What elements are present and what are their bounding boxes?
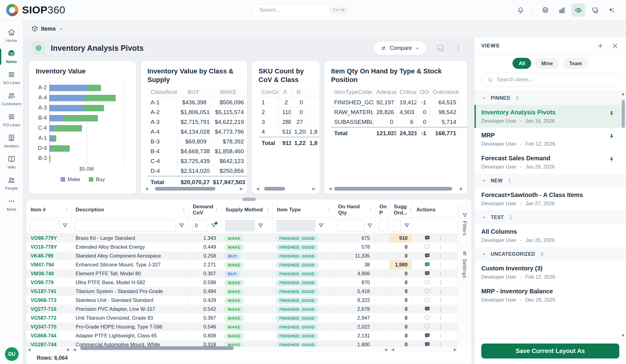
filter-funnel-icon[interactable] [367,222,373,229]
filter-funnel-icon[interactable] [178,222,185,229]
cell-item-number[interactable]: VQ277-716 [26,305,71,314]
row-menu-icon[interactable] [438,280,444,286]
bell-icon[interactable] [514,3,527,17]
row-menu-icon[interactable] [438,342,444,347]
filter-funnel-icon[interactable] [404,222,410,229]
scrollbar-thumb[interactable] [334,187,452,191]
pin-icon[interactable] [608,133,615,140]
scroll-left-icon[interactable]: ◀ [26,347,32,352]
filter-select[interactable] [225,220,255,232]
views-search-input[interactable] [497,76,613,83]
views-section-uncategorized[interactable]: UNCATEGORIZED9 [475,247,626,261]
filter-input[interactable] [379,220,387,232]
scroll-left-icon[interactable]: ◀ [390,347,395,352]
row-menu-icon[interactable] [438,235,444,241]
table-row[interactable]: VG968-773Stainless Unit - Standard Stand… [26,296,458,305]
scroll-right-icon[interactable]: ▶ [384,347,389,352]
view-item[interactable]: All ColumnsDeveloper User-Jan 20, 2026 [475,224,626,247]
scroll-left-icon[interactable]: ◀ [327,187,333,191]
sidebar-item-more[interactable]: More [0,194,23,215]
filters-tool[interactable]: Filters [462,212,468,236]
column-menu-icon[interactable] [407,207,412,213]
row-menu-icon[interactable] [438,253,444,259]
comment-icon[interactable] [424,288,431,295]
cell-item-number[interactable]: VM47-794 [26,260,71,269]
column-header-sugg-ord-[interactable]: Sugg Ord... [389,202,412,217]
table-row[interactable]: VG287-744Commercial Automotive Mount, Wh… [26,340,458,346]
cell-item-number[interactable]: VO18-778Y [26,243,71,251]
comment-icon[interactable] [424,341,431,346]
cell-item-number[interactable]: VO98-779 [26,278,71,287]
filter-input[interactable] [192,220,208,232]
view-item[interactable]: Forecast+Sawtooth - A Class ItemsDevelop… [475,188,626,210]
views-tab-mine[interactable]: Mine [535,58,559,69]
comment-icon[interactable] [424,261,431,268]
views-search[interactable] [481,73,619,87]
scrollbar-thumb[interactable] [155,187,216,191]
sidebar-item-so-lines[interactable]: SO Lines [0,67,23,88]
pin-icon[interactable] [608,156,615,163]
comments-icon[interactable] [436,43,445,53]
column-menu-icon[interactable] [367,207,374,213]
eye-icon[interactable] [572,3,585,17]
views-tab-team[interactable]: Team [563,58,588,69]
table-row[interactable]: VM38-740Element PTFE Tall, Model 800.307… [26,269,458,278]
filter-select[interactable] [276,220,315,232]
row-menu-icon[interactable] [438,315,444,321]
avatar[interactable]: DU [5,347,19,361]
view-item[interactable]: MRP - Inventory BalanceDeveloper User-De… [475,284,626,307]
logo[interactable]: SIOP360 [0,4,116,16]
row-menu-icon[interactable] [438,324,444,330]
table-row[interactable]: VQ347-775Pro-Grade HDPE Housing, Type T-… [26,322,458,331]
views-section-test[interactable]: TEST1 [475,210,626,224]
scroll-right-icon[interactable]: ▶ [453,347,458,352]
comment-icon[interactable] [424,306,431,313]
row-menu-icon[interactable] [438,271,444,277]
chevron-down-icon[interactable] [58,26,64,32]
row-menu-icon[interactable] [438,288,444,295]
global-search[interactable]: CtrlK [252,4,342,16]
sidebar-item-people[interactable]: People [0,173,23,194]
sidebar-item-wiki[interactable]: Wiki [0,152,23,173]
comment-icon[interactable] [424,252,431,259]
gear-icon[interactable] [538,3,552,17]
scroll-left-icon[interactable]: ◀ [255,187,260,191]
panel-resize-handle[interactable] [242,198,256,201]
column-header-supply-method[interactable]: Supply Method [221,202,273,217]
cell-item-number[interactable]: VG187-741 [26,287,71,296]
row-menu-icon[interactable] [438,297,444,303]
scroll-right-icon[interactable]: ▶ [311,187,317,191]
sidebar-item-home[interactable]: Home [0,25,23,46]
row-menu-icon[interactable] [438,262,444,268]
column-menu-icon[interactable] [181,207,187,213]
column-menu-icon[interactable] [265,207,271,213]
column-header-demand-cov[interactable]: Demand CoV [188,202,221,217]
filter-input[interactable] [30,220,59,232]
table-row[interactable]: VO18-778YExtended Alloy Bracket Energy0.… [26,243,458,251]
cell-item-number[interactable]: VG587-772 [26,314,71,322]
comment-icon[interactable] [424,235,431,242]
cell-item-number[interactable]: VG287-744 [26,340,71,346]
settings-tool[interactable]: Settings [462,250,468,278]
column-header-on-hand-qty[interactable]: On Hand Qty [334,202,375,217]
filter-funnel-icon[interactable] [257,222,264,229]
filter-input[interactable] [393,220,401,232]
scroll-left-icon[interactable]: ◀ [72,347,77,352]
filter-input[interactable] [337,220,364,232]
close-panel-icon[interactable] [611,42,619,50]
comment-icon[interactable] [424,323,431,330]
row-menu-icon[interactable] [438,244,444,250]
sidebar-item-po-lines[interactable]: PO Lines [0,110,23,131]
table-row[interactable]: VM47-794Enhanced Silicone Mount, Type J-… [26,260,458,269]
column-menu-icon[interactable] [64,207,70,213]
sidebar-item-vendors[interactable]: Vendors [0,131,23,152]
scroll-right-icon[interactable]: ▶ [66,347,71,352]
column-menu-icon[interactable] [326,207,332,213]
table-row[interactable]: VG587-772Unit Titanium Oversized, Grade … [26,314,458,322]
column-header-on-p[interactable]: On P [375,202,389,217]
view-item[interactable]: MRPDeveloper User-Feb 12, 2026 [475,128,626,151]
scroll-right-icon[interactable]: ▶ [459,187,464,191]
table-row[interactable]: VQ277-716Precision PVC Adapter, Line W-1… [26,305,458,314]
sidebar-item-customers[interactable]: Customers [0,88,23,110]
bar-chart-icon[interactable] [555,3,568,17]
